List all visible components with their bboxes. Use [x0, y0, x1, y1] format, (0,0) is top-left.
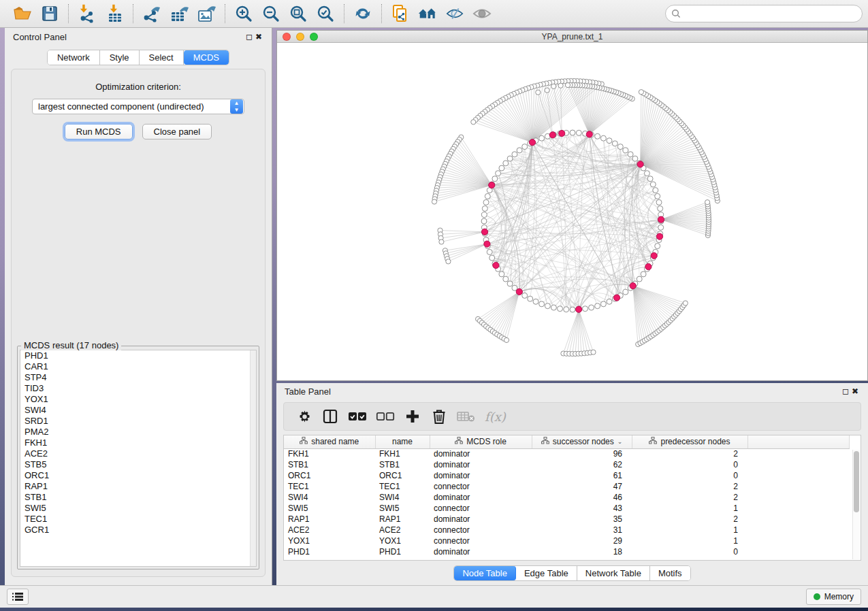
table-cell: STB1 — [284, 459, 375, 470]
tab-network-table[interactable]: Network Table — [577, 566, 650, 580]
result-list-scrollbar[interactable] — [250, 350, 256, 566]
table-delete-icon — [457, 410, 476, 423]
table-cell: 1 — [632, 535, 748, 546]
list-item[interactable]: RAP1 — [20, 481, 256, 492]
column-header-shared-name[interactable]: shared name — [284, 435, 375, 448]
list-item[interactable]: GCR1 — [20, 525, 256, 535]
tab-network[interactable]: Network — [48, 50, 100, 65]
mcds-result-group: MCDS result (17 nodes) PHD1CAR1STP4TID3Y… — [17, 346, 259, 569]
mcds-result-list[interactable]: PHD1CAR1STP4TID3YOX1SWI4SRD1PMA2FKH1ACE2… — [20, 350, 257, 567]
column-header-successor-nodes[interactable]: successor nodes⌄ — [532, 435, 632, 448]
delete-column-button[interactable] — [430, 408, 448, 425]
table-row[interactable]: ACE2ACE2connector311 — [284, 525, 849, 535]
close-panel-icon[interactable]: ✖ — [254, 32, 263, 42]
zoom-out-button[interactable] — [261, 3, 281, 24]
import-table-button[interactable] — [104, 3, 125, 24]
search-input[interactable] — [684, 9, 856, 18]
zoom-selected-button[interactable] — [315, 3, 336, 24]
table-scrollbar[interactable] — [852, 450, 860, 559]
optimization-criterion-select[interactable]: largest connected component (undirected)… — [32, 99, 244, 114]
sort-chevron-icon: ⌄ — [617, 438, 623, 445]
tab-mcds[interactable]: MCDS — [184, 50, 229, 65]
table-row[interactable]: SWI5SWI5connector431 — [284, 503, 849, 514]
float-panel-icon[interactable]: ◻ — [244, 32, 254, 42]
eye-slash-icon — [445, 5, 465, 22]
node-table: shared namenameMCDS rolesuccessor nodes⌄… — [283, 435, 861, 561]
close-panel-button[interactable]: Close panel — [142, 124, 212, 139]
run-mcds-button[interactable]: Run MCDS — [65, 124, 133, 139]
table-cell — [748, 481, 849, 492]
table-cell: STB1 — [375, 459, 430, 470]
clone-network-button[interactable] — [390, 3, 411, 24]
memory-button[interactable]: Memory — [806, 589, 861, 605]
zoom-in-button[interactable] — [234, 3, 254, 24]
deselect-all-rows-button[interactable] — [376, 408, 395, 425]
table-cell: PHD1 — [284, 546, 375, 557]
table-cell — [748, 448, 849, 459]
tab-style[interactable]: Style — [100, 50, 140, 65]
table-cell — [748, 470, 849, 481]
table-row[interactable]: SWI4SWI4dominator462 — [284, 492, 849, 503]
tab-motifs[interactable]: Motifs — [650, 566, 690, 580]
export-image-button[interactable] — [196, 3, 216, 24]
show-hidden-button[interactable] — [472, 3, 492, 24]
hide-selected-button[interactable] — [445, 3, 465, 24]
table-cell: 62 — [532, 459, 632, 470]
column-header-name[interactable]: name — [375, 435, 430, 448]
table-settings-button[interactable] — [295, 408, 312, 425]
list-item[interactable]: PMA2 — [20, 427, 256, 437]
table-row[interactable]: STB1STB1dominator620 — [284, 459, 849, 470]
network-window-titlebar[interactable]: YPA_prune.txt_1 — [277, 31, 867, 43]
list-item[interactable]: ORC1 — [20, 470, 256, 481]
list-item[interactable]: SWI4 — [20, 405, 256, 416]
list-item[interactable]: SWI5 — [20, 503, 256, 514]
table-cell: 2 — [632, 448, 748, 459]
tab-edge-table[interactable]: Edge Table — [516, 566, 577, 580]
list-item[interactable]: TEC1 — [20, 514, 256, 525]
refresh-icon — [353, 4, 372, 23]
table-row[interactable]: YOX1YOX1connector291 — [284, 535, 849, 546]
open-session-button[interactable] — [12, 3, 33, 24]
table-row[interactable]: PHD1PHD1dominator180 — [284, 546, 849, 557]
column-header-predecessor-nodes[interactable]: predecessor nodes — [632, 435, 748, 448]
save-session-button[interactable] — [39, 3, 60, 24]
select-all-rows-button[interactable] — [348, 408, 367, 425]
zoom-fit-button[interactable] — [288, 3, 308, 24]
float-table-panel-icon[interactable]: ◻ — [841, 386, 850, 396]
table-row[interactable]: RAP1RAP1dominator352 — [284, 514, 849, 525]
export-table-button[interactable] — [169, 3, 189, 24]
list-item[interactable]: FKH1 — [20, 437, 256, 448]
table-row[interactable]: TEC1TEC1connector472 — [284, 481, 849, 492]
search-box[interactable] — [665, 5, 863, 22]
list-item[interactable]: YOX1 — [20, 394, 256, 405]
list-item[interactable]: CAR1 — [20, 361, 256, 372]
list-item[interactable]: TID3 — [20, 383, 256, 394]
table-row[interactable]: FKH1FKH1dominator962 — [284, 448, 849, 459]
table-cell: dominator — [430, 514, 532, 525]
list-item[interactable]: SRD1 — [20, 416, 256, 427]
optimization-criterion-label: Optimization criterion: — [12, 82, 265, 92]
network-canvas[interactable] — [277, 43, 867, 380]
table-cell: 43 — [532, 503, 632, 514]
apply-layout-button[interactable] — [353, 3, 373, 24]
column-view-button[interactable] — [321, 408, 339, 425]
export-image-icon — [196, 4, 216, 23]
list-item[interactable]: ACE2 — [20, 448, 256, 459]
close-table-panel-icon[interactable]: ✖ — [850, 386, 860, 396]
show-panels-menu-button[interactable] — [7, 589, 29, 605]
first-neighbors-button[interactable] — [417, 3, 438, 24]
tab-select[interactable]: Select — [140, 50, 184, 65]
table-row[interactable]: ORC1ORC1dominator610 — [284, 470, 849, 481]
zoom-fit-icon — [289, 4, 308, 23]
list-item[interactable]: STP4 — [20, 372, 256, 383]
list-item[interactable]: PHD1 — [20, 350, 256, 361]
gear-icon — [295, 408, 312, 425]
add-column-button[interactable] — [404, 408, 421, 425]
table-cell — [748, 535, 849, 546]
list-item[interactable]: STB1 — [20, 492, 256, 503]
export-network-button[interactable] — [142, 3, 162, 24]
list-item[interactable]: STB5 — [20, 459, 256, 470]
tab-node-table[interactable]: Node Table — [454, 566, 516, 580]
column-header-MCDS-role[interactable]: MCDS role — [430, 435, 532, 448]
import-network-button[interactable] — [77, 3, 97, 24]
